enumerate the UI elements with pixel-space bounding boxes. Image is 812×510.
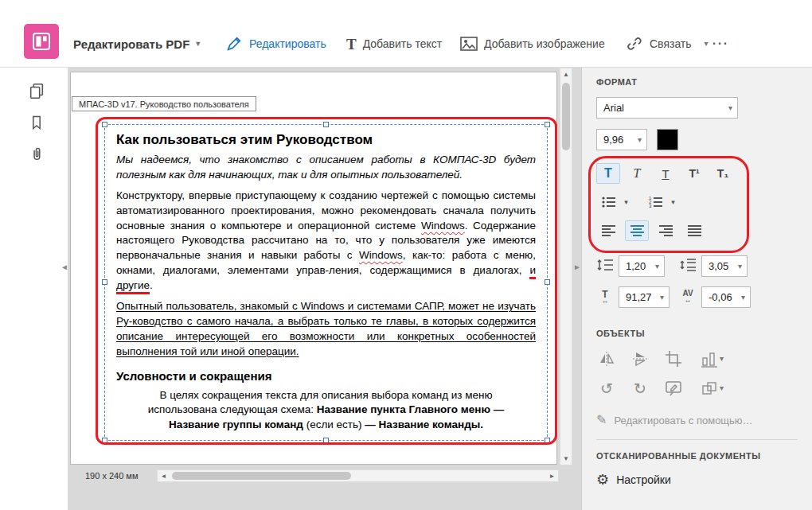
bookmarks-button[interactable] xyxy=(26,112,47,133)
bulleted-list-icon xyxy=(602,197,615,208)
rotate-cw-icon: ↻ xyxy=(634,381,646,396)
font-color-swatch[interactable] xyxy=(657,129,678,150)
italic-button[interactable]: T xyxy=(625,163,649,184)
page-thumbnails-button[interactable] xyxy=(26,80,47,101)
chevron-down-icon: ▾ xyxy=(720,384,724,392)
more-tools-button[interactable]: … xyxy=(711,28,729,50)
underline-button[interactable]: T xyxy=(654,163,677,184)
align-left-button[interactable] xyxy=(596,220,620,241)
bulleted-list-options-button[interactable]: ▾ xyxy=(620,192,632,212)
character-spacing-value: -0,06 xyxy=(709,291,732,303)
flip-vertical-icon xyxy=(631,350,649,368)
left-navigation-rail xyxy=(0,68,68,510)
subscript-button[interactable]: T₁ xyxy=(711,163,735,184)
replace-object-button[interactable] xyxy=(663,379,684,398)
crop-button[interactable] xyxy=(663,349,684,368)
align-right-button[interactable] xyxy=(654,220,677,241)
vertical-scrollbar[interactable]: ▲ ▼ xyxy=(560,68,572,465)
arrange-objects-button[interactable]: ▾ xyxy=(697,379,728,398)
align-objects-button[interactable]: ▾ xyxy=(697,349,728,368)
add-text-icon: T xyxy=(346,37,357,52)
add-image-button[interactable]: Добавить изображение xyxy=(460,33,605,55)
font-family-select[interactable]: Arial ▾ xyxy=(596,97,738,119)
rotate-clockwise-button[interactable]: ↻ xyxy=(630,379,650,398)
doc-intro-paragraph: Мы надеемся, что знакомство с описанием … xyxy=(116,153,536,183)
scanned-documents-section-title: ОТСКАНИРОВАННЫЕ ДОКУМЕНТЫ xyxy=(596,451,812,461)
numbered-list-icon: 123 xyxy=(649,197,662,208)
page-size-label: 190 x 240 мм xyxy=(85,471,139,481)
align-justify-icon xyxy=(688,225,701,236)
scroll-left-arrow[interactable]: ◄ xyxy=(158,470,170,481)
rotate-counterclockwise-button[interactable]: ↺ xyxy=(596,379,617,398)
align-objects-icon xyxy=(701,351,717,368)
horizontal-scale-value: 91,27 xyxy=(626,291,652,303)
paperclip-icon xyxy=(29,146,45,163)
text-edit-frame[interactable]: Как пользоваться этим Руководством Мы на… xyxy=(104,124,548,441)
format-panel: ФОРМАТ Arial ▾ 9,96 ▾ T T T T¹ T₁ xyxy=(581,68,812,510)
horizontal-scale-select[interactable]: 91,27 ▾ xyxy=(619,286,670,308)
ellipsis-icon: … xyxy=(711,29,729,49)
document-title-tag: МПАС-3D v17. Руководство пользователя xyxy=(72,96,256,111)
vertical-scroll-thumb[interactable] xyxy=(562,83,570,150)
link-button[interactable]: Связать ▾ xyxy=(626,33,709,55)
horizontal-scrollbar[interactable]: ◄ ► xyxy=(157,469,559,482)
align-center-button[interactable] xyxy=(625,220,649,241)
collapse-left-icon: ◄ xyxy=(61,263,68,271)
replace-object-icon xyxy=(665,380,682,397)
align-justify-button[interactable] xyxy=(682,220,706,241)
gear-icon: ⚙ xyxy=(596,473,609,487)
chevron-down-icon: ▾ xyxy=(705,40,709,48)
resize-handle-bottom-center[interactable] xyxy=(323,438,329,443)
scroll-right-arrow[interactable]: ► xyxy=(546,470,558,481)
scroll-left-icon: ◄ xyxy=(161,473,167,480)
bookmark-icon xyxy=(29,114,45,131)
paragraph-spacing-select[interactable]: 3,05 ▾ xyxy=(701,255,748,277)
scroll-up-arrow[interactable]: ▲ xyxy=(560,68,572,80)
settings-button[interactable]: ⚙ Настройки xyxy=(596,473,812,487)
resize-handle-top-left[interactable] xyxy=(102,122,107,127)
flip-horizontal-button[interactable] xyxy=(596,349,617,368)
superscript-button[interactable]: T¹ xyxy=(682,163,706,184)
resize-handle-middle-left[interactable] xyxy=(102,279,107,285)
edit-pdf-tool-icon[interactable] xyxy=(24,24,59,59)
character-spacing-arrow: ↔ xyxy=(685,298,692,304)
add-text-button[interactable]: T Добавить текст xyxy=(346,33,442,55)
resize-handle-bottom-left[interactable] xyxy=(102,438,107,443)
scroll-up-icon: ▲ xyxy=(563,71,569,78)
horizontal-scale-icon: T ↔ xyxy=(596,290,614,305)
line-spacing-select[interactable]: 1,20 ▾ xyxy=(619,255,665,277)
resize-handle-bottom-right[interactable] xyxy=(545,438,550,443)
resize-handle-middle-right[interactable] xyxy=(545,279,550,285)
collapse-right-pane-arrow[interactable]: ► xyxy=(573,263,581,271)
resize-handle-top-center[interactable] xyxy=(323,122,329,127)
font-size-select[interactable]: 9,96 ▾ xyxy=(596,129,647,150)
numbered-list-button[interactable]: 123 xyxy=(643,192,667,212)
character-spacing-select[interactable]: -0,06 ▾ xyxy=(701,286,751,308)
edit-button[interactable]: Редактировать xyxy=(225,33,326,55)
document-text: Как пользоваться этим Руководством Мы на… xyxy=(105,125,547,440)
paragraph-spacing-value: 3,05 xyxy=(709,260,728,272)
doc-subheading: Условности и сокращения xyxy=(116,369,536,383)
bulleted-list-button[interactable] xyxy=(596,192,620,212)
pages-icon xyxy=(28,82,45,99)
bold-button[interactable]: T xyxy=(596,163,620,184)
collapse-left-pane-arrow[interactable]: ◄ xyxy=(61,263,68,271)
edit-pdf-menu[interactable]: Редактировать PDF ▾ xyxy=(73,33,200,55)
horizontal-scroll-thumb[interactable] xyxy=(172,472,351,480)
resize-handle-top-right[interactable] xyxy=(545,122,550,127)
paragraph-bold-text: . xyxy=(480,419,483,430)
doc-paragraph-3-underlined: Опытный пользователь, знакомый с Windows… xyxy=(116,299,536,360)
flip-vertical-button[interactable] xyxy=(630,349,650,368)
flip-horizontal-icon xyxy=(598,350,615,368)
chevron-down-icon: ▾ xyxy=(741,294,745,302)
align-center-icon xyxy=(630,225,644,236)
scroll-down-arrow[interactable]: ▼ xyxy=(560,453,572,465)
edit-pdf-tool-glyph xyxy=(31,31,52,52)
font-family-value: Arial xyxy=(603,102,624,114)
edit-with-button[interactable]: ✎ Редактировать с помощью… xyxy=(596,414,812,426)
crop-icon xyxy=(665,350,682,368)
numbered-list-options-button[interactable]: ▾ xyxy=(667,192,679,212)
attachments-button[interactable] xyxy=(26,144,47,165)
document-title-text: МПАС-3D v17. Руководство пользователя xyxy=(79,99,249,109)
line-spacing-value: 1,20 xyxy=(626,260,646,272)
